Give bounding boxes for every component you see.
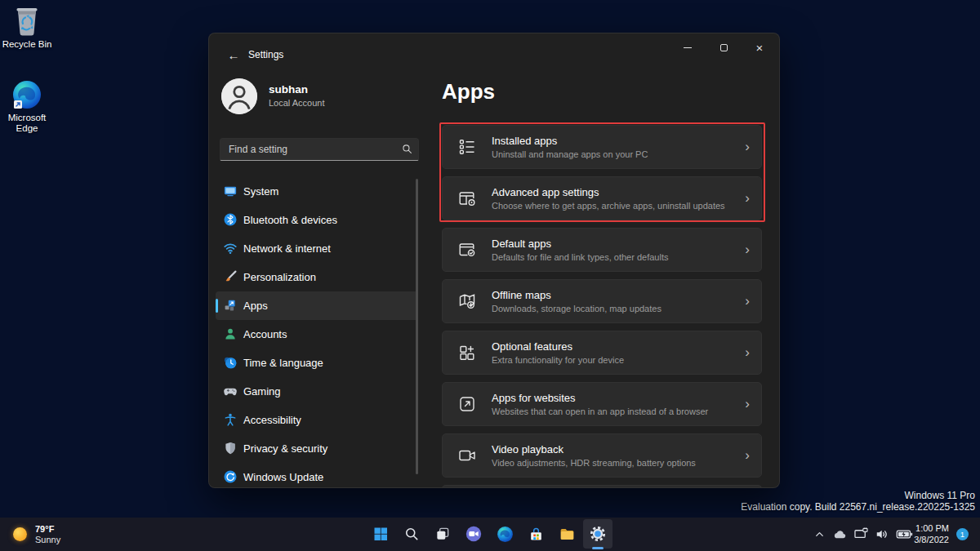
sidebar-item-windows-update[interactable]: Windows Update: [216, 463, 418, 488]
store-icon: [528, 526, 545, 543]
avatar[interactable]: [221, 78, 257, 114]
optional-features-icon: [457, 343, 477, 362]
card-subtitle: Choose where to get apps, archive apps, …: [492, 200, 725, 211]
card-title: Offline maps: [492, 289, 662, 302]
microsoft-store-button[interactable]: [521, 519, 550, 549]
sidebar-item-personalization[interactable]: Personalization: [216, 263, 418, 291]
nav-scrollbar[interactable]: [416, 179, 418, 474]
sidebar-item-gaming[interactable]: Gaming: [216, 377, 418, 406]
default-apps-icon: [457, 240, 477, 260]
sidebar-item-privacy-security[interactable]: Privacy & security: [216, 434, 418, 463]
gamepad-icon: [223, 384, 238, 398]
system-icon: [223, 184, 238, 198]
chevron-right-icon: ›: [745, 344, 750, 361]
watermark-line2: Evaluation copy. Build 22567.ni_release.…: [741, 501, 975, 513]
evaluation-watermark: Windows 11 Pro Evaluation copy. Build 22…: [741, 490, 975, 513]
sidebar-item-accounts[interactable]: Accounts: [216, 320, 418, 349]
offline-maps-icon: [457, 291, 477, 311]
file-explorer-button[interactable]: [552, 519, 581, 549]
search-taskbar-button[interactable]: [397, 519, 426, 549]
sidebar-item-accessibility[interactable]: Accessibility: [216, 406, 418, 434]
edge-icon: [11, 78, 43, 111]
window-title: Settings: [248, 49, 283, 60]
accessibility-icon: [223, 412, 238, 427]
card-default-apps[interactable]: Default apps Defaults for file and link …: [442, 228, 762, 272]
card-subtitle: Downloads, storage location, map updates: [492, 303, 662, 314]
sidebar-item-label: Network & internet: [243, 242, 331, 255]
bluetooth-icon: [223, 212, 238, 227]
sun-icon: [13, 527, 27, 541]
sidebar-item-label: Bluetooth & devices: [243, 214, 337, 226]
chat-button[interactable]: [459, 519, 488, 549]
sidebar-item-time-language[interactable]: Time & language: [216, 349, 418, 377]
sidebar-item-system[interactable]: System: [216, 177, 418, 206]
card-partial-next[interactable]: [442, 485, 762, 488]
taskbar-center-icons: [365, 519, 613, 549]
hidden-icons-chevron-icon[interactable]: [813, 528, 826, 540]
sidebar-item-label: Apps: [243, 300, 268, 312]
card-installed-apps[interactable]: Installed apps Uninstall and manage apps…: [442, 125, 762, 169]
search-icon: [402, 144, 412, 154]
advanced-app-settings-icon: [457, 189, 477, 208]
settings-nav: System Bluetooth & devices Network & int…: [216, 177, 418, 488]
volume-icon[interactable]: [875, 527, 890, 542]
card-optional-features[interactable]: Optional features Extra functionality fo…: [442, 331, 762, 375]
onedrive-cloud-icon[interactable]: [831, 527, 848, 543]
chevron-right-icon: ›: [745, 447, 750, 464]
card-title: Default apps: [492, 238, 668, 251]
card-subtitle: Extra functionality for your device: [492, 354, 624, 366]
network-icon[interactable]: [853, 527, 869, 542]
desktop-icon-microsoft-edge[interactable]: Microsoft Edge: [0, 78, 54, 134]
search-box: [220, 138, 419, 161]
notification-count: 1: [960, 530, 964, 539]
card-subtitle: Uninstall and manage apps on your PC: [492, 149, 648, 160]
card-offline-maps[interactable]: Offline maps Downloads, storage location…: [442, 279, 762, 323]
card-apps-for-websites[interactable]: Apps for websites Websites that can open…: [442, 382, 762, 426]
card-title: Video playback: [492, 443, 696, 456]
taskbar: 79°F Sunny: [0, 518, 980, 551]
sidebar-item-label: Time & language: [243, 357, 323, 369]
video-playback-icon: [457, 446, 477, 465]
sidebar-item-label: Personalization: [243, 271, 316, 283]
battery-icon[interactable]: [896, 526, 913, 543]
card-title: Optional features: [492, 340, 624, 353]
start-button[interactable]: [366, 519, 395, 549]
watermark-line1: Windows 11 Pro: [741, 490, 975, 501]
clock[interactable]: 1:00 PM 3/8/2022: [914, 523, 949, 545]
edge-taskbar-button[interactable]: [490, 519, 519, 549]
weather-temp: 79°F: [35, 524, 60, 535]
sidebar-item-network-internet[interactable]: Network & internet: [216, 234, 418, 263]
notification-badge[interactable]: 1: [956, 528, 969, 540]
task-view-button[interactable]: [428, 519, 457, 549]
minimize-button[interactable]: [670, 35, 706, 60]
window-controls: ×: [670, 35, 777, 60]
wifi-icon: [223, 241, 238, 256]
sidebar-item-bluetooth-devices[interactable]: Bluetooth & devices: [216, 206, 418, 234]
sidebar-item-apps[interactable]: Apps: [216, 291, 418, 320]
page-title: Apps: [442, 79, 495, 104]
system-tray: [813, 518, 913, 551]
chevron-right-icon: ›: [745, 293, 750, 309]
desktop-icon-label: Microsoft Edge: [0, 113, 54, 134]
paintbrush-icon: [223, 269, 238, 284]
close-button[interactable]: ×: [742, 35, 777, 60]
card-subtitle: Video adjustments, HDR streaming, batter…: [492, 457, 696, 469]
windows-start-icon: [372, 526, 389, 542]
settings-taskbar-button[interactable]: [583, 519, 612, 549]
sidebar-item-label: Accounts: [243, 328, 287, 340]
card-advanced-app-settings[interactable]: Advanced app settings Choose where to ge…: [442, 176, 762, 220]
chevron-right-icon: ›: [745, 139, 750, 155]
selected-accent-pill: [216, 299, 218, 313]
card-video-playback[interactable]: Video playback Video adjustments, HDR st…: [442, 433, 762, 478]
maximize-button[interactable]: [706, 35, 742, 60]
sidebar-item-label: Privacy & security: [243, 442, 327, 455]
chevron-right-icon: ›: [745, 190, 750, 207]
desktop-icon-label: Recycle Bin: [0, 39, 54, 50]
sidebar-item-label: Gaming: [243, 385, 281, 398]
desktop-icon-recycle-bin[interactable]: Recycle Bin: [0, 5, 54, 50]
back-button[interactable]: ←: [224, 45, 243, 64]
installed-apps-icon: [457, 137, 477, 157]
widgets-weather-button[interactable]: 79°F Sunny: [13, 518, 60, 551]
search-input[interactable]: [220, 138, 419, 161]
sidebar-item-label: System: [243, 185, 278, 198]
